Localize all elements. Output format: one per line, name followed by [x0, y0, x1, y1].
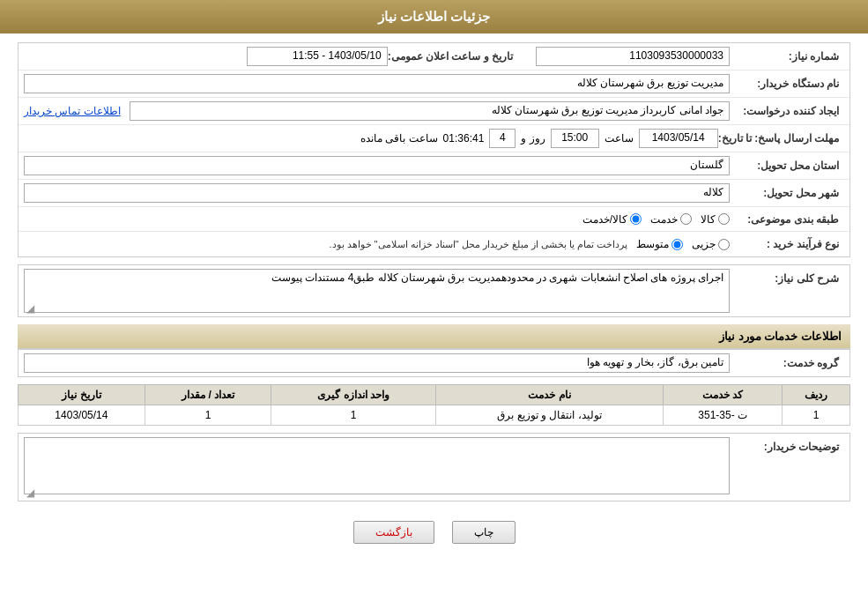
contact-link[interactable]: اطلاعات تماس خریدار [24, 105, 121, 117]
main-content: شماره نیاز: 1103093530000033 تاریخ و ساع… [0, 33, 868, 565]
creator-value: جواد امانی کاربرداز مدیریت توزیع برق شهر… [130, 101, 730, 121]
category-option-kala-khedmat: کالا/خدمت [582, 213, 642, 226]
city-label: شهر محل تحویل: [730, 187, 844, 199]
row-category: طبقه بندی موضوعی: کالا خدمت کالا/خدمت [19, 207, 849, 232]
buyer-notes-label: توضیحات خریدار: [730, 437, 844, 453]
service-group-label: گروه خدمت: [730, 357, 844, 369]
city-value: کلاله [24, 183, 730, 203]
cell-name: تولید، انتقال و توزیع برق [435, 405, 663, 426]
row-service-group: گروه خدمت: تامین برق، گاز، بخار و تهویه … [19, 350, 849, 376]
print-button[interactable]: چاپ [452, 521, 516, 544]
need-number-value: 1103093530000033 [536, 47, 730, 66]
description-wrapper: اجرای پروژه های اصلاح انشعابات شهری در م… [24, 269, 730, 313]
category-radio-khedmat[interactable] [680, 213, 692, 225]
form-section-notes: توضیحات خریدار: ◢ [18, 433, 850, 501]
deadline-remaining-label: ساعت باقی مانده [360, 132, 438, 145]
row-purchase-type: نوع فرآیند خرید : جزیی متوسط پرداخت تمام… [19, 232, 849, 256]
table-header-row: ردیف کد خدمت نام خدمت واحد اندازه گیری ت… [19, 385, 850, 405]
back-button[interactable]: بازگشت [353, 521, 434, 544]
row-need-number: شماره نیاز: 1103093530000033 تاریخ و ساع… [19, 43, 849, 71]
cell-unit: 1 [271, 405, 435, 426]
services-table-section: ردیف کد خدمت نام خدمت واحد اندازه گیری ت… [18, 384, 850, 426]
buyer-org-value: مدیریت توزیع برق شهرستان کلاله [24, 74, 730, 93]
purchase-type-radio-group: جزیی متوسط [636, 238, 730, 250]
deadline-date: 1403/05/14 [639, 129, 718, 148]
row-deadline: مهلت ارسال پاسخ: تا تاریخ: 1403/05/14 سا… [19, 125, 849, 152]
purchase-type-note: پرداخت تمام یا بخشی از مبلغ خریدار محل "… [329, 239, 627, 250]
category-radio-kala[interactable] [718, 213, 730, 225]
province-value: گلستان [24, 156, 730, 175]
col-name: نام خدمت [435, 385, 663, 405]
row-buyer-notes: توضیحات خریدار: ◢ [19, 434, 849, 501]
deadline-group: 1403/05/14 ساعت 15:00 روز و 4 01:36:41 س… [24, 129, 718, 148]
col-code: کد خدمت [664, 385, 783, 405]
deadline-time: 15:00 [551, 129, 599, 148]
purchase-type-label: نوع فرآیند خرید : [730, 238, 844, 250]
form-section-services: گروه خدمت: تامین برق، گاز، بخار و تهویه … [18, 349, 850, 377]
form-section-description: شرح کلی نیاز: اجرای پروژه های اصلاح انشع… [18, 264, 850, 317]
page-container: جزئیات اطلاعات نیاز شماره نیاز: 11030935… [0, 0, 868, 609]
category-option-khedmat: خدمت [650, 213, 692, 226]
page-title: جزئیات اطلاعات نیاز [378, 9, 490, 24]
cell-quantity: 1 [145, 405, 271, 426]
services-header-text: اطلاعات خدمات مورد نیاز [719, 330, 842, 343]
deadline-days-label: روز و [521, 132, 545, 145]
row-city: شهر محل تحویل: کلاله [19, 180, 849, 207]
deadline-days: 4 [489, 129, 516, 148]
date-value: 1403/05/10 - 11:55 [247, 47, 388, 66]
table-row: 1 ت -35-351 تولید، انتقال و توزیع برق 1 … [19, 405, 850, 426]
row-buyer-org: نام دستگاه خریدار: مدیریت توزیع برق شهرس… [19, 71, 849, 98]
deadline-time-label: ساعت [605, 132, 634, 145]
category-label: طبقه بندی موضوعی: [730, 213, 844, 226]
row-description: شرح کلی نیاز: اجرای پروژه های اصلاح انشع… [19, 265, 849, 316]
cell-code: ت -35-351 [664, 405, 783, 426]
row-creator: ایجاد کننده درخواست: جواد امانی کاربرداز… [19, 98, 849, 125]
province-label: استان محل تحویل: [730, 160, 844, 172]
creator-label: ایجاد کننده درخواست: [730, 105, 844, 117]
deadline-label: مهلت ارسال پاسخ: تا تاریخ: [718, 132, 844, 145]
services-table: ردیف کد خدمت نام خدمت واحد اندازه گیری ت… [18, 384, 850, 426]
col-date: تاریخ نیاز [19, 385, 145, 405]
col-row-num: ردیف [783, 385, 850, 405]
form-section-top: شماره نیاز: 1103093530000033 تاریخ و ساع… [18, 42, 850, 257]
row-province: استان محل تحویل: گلستان [19, 152, 849, 180]
buyer-org-label: نام دستگاه خریدار: [730, 78, 844, 90]
button-row: چاپ بازگشت [18, 509, 850, 556]
service-group-value: تامین برق، گاز، بخار و تهویه هوا [24, 353, 730, 373]
description-label: شرح کلی نیاز: [730, 269, 844, 285]
purchase-type-motavasset: متوسط [636, 238, 683, 250]
services-section-header: اطلاعات خدمات مورد نیاز [18, 324, 850, 349]
deadline-remaining-time: 01:36:41 [443, 132, 485, 145]
cell-date: 1403/05/14 [19, 405, 145, 426]
date-label: تاریخ و ساعت اعلان عمومی: [388, 50, 518, 63]
purchase-type-radio-jozi[interactable] [718, 239, 730, 250]
buyer-notes-textarea[interactable] [24, 437, 730, 494]
category-radio-group: کالا خدمت کالا/خدمت [582, 213, 730, 226]
need-number-label: شماره نیاز: [730, 50, 844, 63]
resize-handle-notes: ◢ [24, 486, 34, 497]
cell-row-num: 1 [783, 405, 850, 426]
purchase-type-radio-motavasset[interactable] [671, 239, 683, 250]
page-header: جزئیات اطلاعات نیاز [0, 0, 868, 33]
category-radio-kala-khedmat[interactable] [630, 213, 642, 225]
category-option-kala: کالا [701, 213, 730, 226]
col-unit: واحد اندازه گیری [271, 385, 435, 405]
resize-handle-description: ◢ [24, 302, 34, 313]
purchase-type-jozi: جزیی [692, 238, 730, 250]
notes-wrapper: ◢ [24, 437, 730, 497]
description-value: اجرای پروژه های اصلاح انشعابات شهری در م… [24, 269, 730, 313]
col-quantity: تعداد / مقدار [145, 385, 271, 405]
